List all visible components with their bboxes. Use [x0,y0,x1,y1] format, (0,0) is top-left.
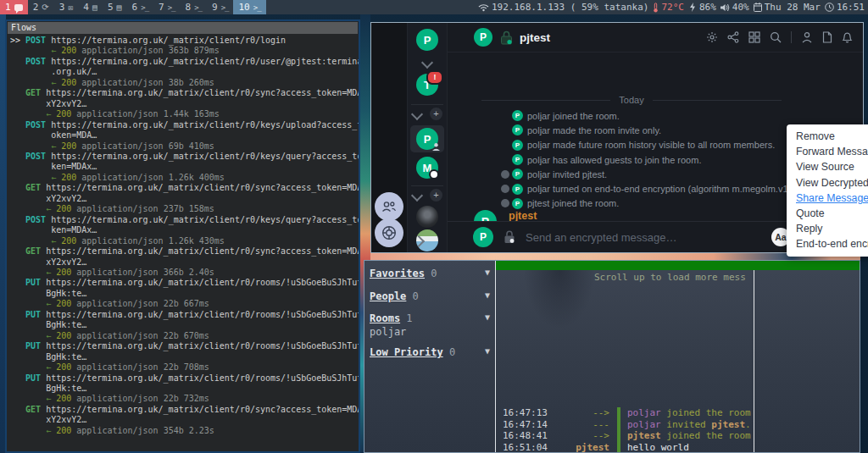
workspace-button[interactable]: 1 [0,0,28,14]
flow-row[interactable]: POSThttps://termina.org.uk/_matrix/clien… [10,215,359,246]
context-menu-item[interactable]: Reply [796,221,868,236]
section-collapse-arrow[interactable]: ▼ [485,312,490,322]
section-collapse-arrow[interactable]: ▼ [485,268,490,277]
composer-input[interactable]: Send an encrypted message… [526,231,761,244]
context-menu-item[interactable]: Share Message [796,191,868,206]
workspace-button[interactable]: 10 [233,0,265,14]
response-meta: application/json 366b 2.40s [76,268,214,277]
flow-row[interactable]: GEThttps://termina.org.uk/_matrix/client… [10,246,359,278]
context-menu-item[interactable]: Quote [796,206,868,221]
flow-row[interactable]: PUThttps://termina.org.uk/_matrix/client… [10,310,359,341]
response-meta: application/json 1.44k 163ms [76,109,220,119]
flow-row[interactable]: PUThttps://termina.org.uk/_matrix/client… [10,278,359,309]
workspace-number: 9 [212,2,218,13]
message-segment: joined the room. [661,407,753,418]
workspace-button[interactable]: 9 [207,0,233,14]
workspace-button[interactable]: 3 [54,0,79,14]
composer-lock-icon [504,230,515,244]
flow-row[interactable]: GEThttps://termina.org.uk/_matrix/client… [10,405,359,436]
flow-row[interactable]: POSThttps://termina.org.uk/_matrix/clien… [10,120,359,152]
user-avatar[interactable]: P [416,29,438,51]
flow-row[interactable]: GEThttps://termina.org.uk/_matrix/client… [10,183,359,214]
event-avatar[interactable]: P [512,168,523,180]
settings-icon[interactable] [706,31,718,43]
flow-method: POST [25,152,46,161]
flow-row[interactable]: POSThttps://termina.org.uk/_matrix/clien… [10,152,359,183]
section-label[interactable]: Low Priority [370,346,443,358]
workspace-number: 2 [33,2,39,13]
context-menu-item[interactable]: Forward Message [796,144,868,159]
flow-response-line: ← 200 application/json 366b 2.40s [10,268,359,278]
room-entry[interactable]: poljar [370,326,492,338]
people-button[interactable] [375,192,403,221]
room-avatar-m[interactable]: M [416,157,438,179]
flow-method: POST [25,36,46,45]
response-status: 200 [56,204,71,213]
volume-text: 40% [732,2,749,13]
workspace-button[interactable]: 2 [28,0,54,14]
presence-dot [429,169,439,180]
notifications-icon[interactable] [842,31,853,43]
section-collapse-arrow[interactable]: ▼ [485,290,490,300]
flow-url-continuation: BgHk:te… [10,289,359,299]
members-icon[interactable] [801,31,813,43]
room-avatar-t[interactable]: T! [416,74,438,96]
response-status: 200 [56,362,71,372]
event-avatar[interactable]: P [512,110,523,121]
chevron-down-icon[interactable] [411,190,423,202]
room-section[interactable]: People 0 ▼ [370,290,492,302]
workspace-button[interactable]: 5 [103,0,127,14]
room-section[interactable]: Low Priority 0 ▼ [370,346,492,358]
event-avatar[interactable]: P [512,154,523,165]
add-room-button[interactable]: + [430,189,442,202]
response-status: 200 [56,331,71,340]
chat-sender: --> [562,430,609,441]
apps-icon[interactable] [748,31,760,43]
chevron-down-icon[interactable] [411,108,423,120]
workspace-button[interactable]: 8 [181,0,207,14]
flow-url-continuation: ken=MDAx… [10,162,359,172]
flow-url-continuation: BgHk:te… [10,352,359,362]
search-icon[interactable] [770,31,782,43]
room-avatar-p-selected[interactable]: P [416,128,438,150]
context-menu-item[interactable]: View Decrypted S [796,175,868,191]
context-menu-item[interactable]: View Source [796,159,868,174]
flow-row[interactable]: GEThttps://termina.org.uk/_matrix/client… [10,88,359,119]
add-room-button[interactable]: + [430,108,442,120]
flow-row[interactable]: POSThttps://termina.org.uk/_matrix/clien… [10,57,359,88]
tower-room-avatar[interactable] [416,206,438,228]
event-avatar[interactable]: P [512,184,523,195]
sender-avatar[interactable]: P [474,210,497,221]
section-label[interactable]: Rooms [370,312,400,324]
section-label[interactable]: Favorites [370,268,425,279]
share-icon[interactable] [727,31,739,43]
workspace-list: 1 2 3 4 5 [0,0,266,14]
room-section[interactable]: Favorites 0 ▼ [370,268,492,279]
workspace-button[interactable]: 4 [78,0,103,14]
workspace-icon [141,3,148,12]
event-avatar[interactable]: P [512,124,523,135]
flow-row[interactable]: PUThttps://termina.org.uk/_matrix/client… [10,373,359,405]
chat-log: 16:47:13 --> poljar joined the room. 16:… [496,407,753,453]
section-label[interactable]: People [370,290,406,302]
workspace-button[interactable]: 6 [127,0,153,14]
event-avatar[interactable]: P [512,140,523,151]
room-header-avatar[interactable]: P [474,28,492,47]
message-segment: pjtest [711,419,745,430]
flow-row[interactable]: >>POSThttps://termina.org.uk/_matrix/cli… [10,36,359,57]
room-section[interactable]: Rooms 1 ▼ poljar [370,312,492,338]
section-collapse-arrow[interactable]: ▼ [485,346,490,356]
gomuks-window: Favorites 0 ▼ People 0 ▼ [364,260,860,453]
files-icon[interactable] [822,31,832,43]
flow-row[interactable]: PUThttps://termina.org.uk/_matrix/client… [10,341,359,373]
message-segment: invited [661,419,712,430]
response-meta: application/json 38b 260ms [81,78,214,87]
chevron-down-icon[interactable] [421,57,433,69]
flow-request-line: GEThttps://termina.org.uk/_matrix/client… [10,405,359,415]
workspace-button[interactable]: 7 [153,0,180,14]
explore-button[interactable] [375,218,403,247]
context-menu-item[interactable]: End-to-end encry [796,236,868,251]
event-avatar[interactable]: P [512,198,523,209]
context-menu-item[interactable]: Remove [796,129,868,144]
flows-tab[interactable]: Flows [8,22,358,34]
